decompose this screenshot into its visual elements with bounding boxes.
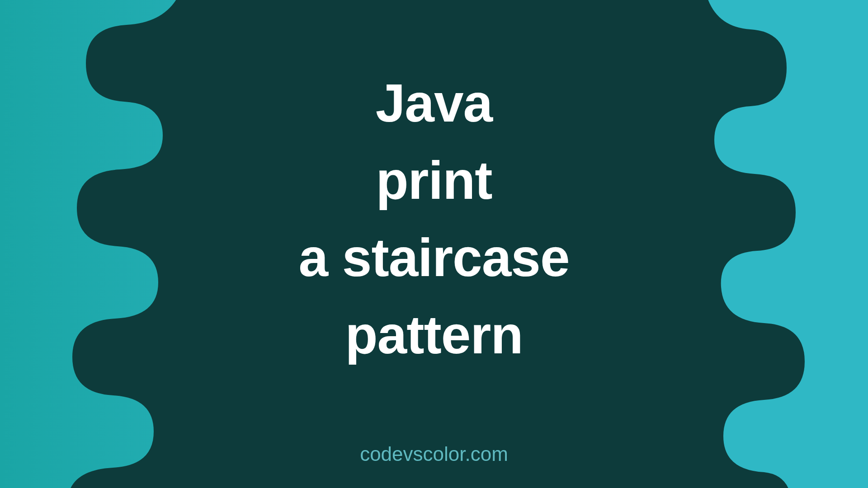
title-line-1: Java: [298, 65, 569, 142]
title-block: Java print a staircase pattern: [298, 65, 569, 374]
title-line-3: a staircase: [298, 219, 569, 296]
site-attribution: codevscolor.com: [360, 443, 508, 465]
title-line-4: pattern: [298, 296, 569, 374]
title-line-2: print: [298, 142, 569, 219]
